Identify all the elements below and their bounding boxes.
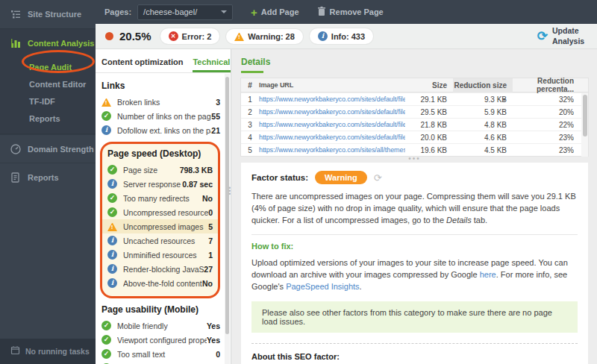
factor-status-badge: Warning (315, 171, 367, 184)
factors-panel: Content optimization Technical factors L… (96, 49, 231, 364)
remove-page-label: Remove Page (330, 7, 384, 16)
sidebar-item-content-editor[interactable]: Content Editor (29, 76, 96, 93)
warning-icon (101, 98, 111, 107)
info-badge-label: Info: 433 (331, 32, 365, 41)
update-analysis-button[interactable]: ⟳ Update Analysis (537, 26, 587, 46)
info-badge[interactable]: i Info: 433 (310, 28, 373, 44)
factor-row-small-text[interactable]: ✓ Too small text 0 (101, 347, 220, 361)
col-image-url[interactable]: Image URL (259, 81, 405, 89)
tab-content-optimization[interactable]: Content optimization (101, 57, 183, 72)
table-scrollbar[interactable] (581, 93, 588, 157)
details-panel: Details # Image URL Size Reduction size … (232, 49, 597, 364)
factor-label: Uncompressed images (123, 222, 208, 231)
panel-resize-handle[interactable]: ••• (228, 186, 231, 195)
factor-label: Uncompressed resources (123, 208, 208, 217)
row-num: 1 (241, 95, 259, 104)
factor-row-tap-targets[interactable]: ✓ Too small tap targets 0 (101, 361, 220, 364)
factor-label: Uncached resources (123, 236, 208, 245)
sidebar-item-content-analysis[interactable]: Content Analysis (0, 29, 96, 57)
section-title-page-speed: Page speed (Desktop) (107, 148, 213, 159)
download-archive-link[interactable]: here (480, 270, 496, 279)
factor-value: 27 (204, 265, 213, 274)
factor-value: 55 (211, 112, 220, 121)
info-icon: i (107, 264, 117, 274)
warning-icon (234, 33, 244, 41)
pages-dropdown-value: /cheese-bagel/ (143, 7, 197, 16)
reports-icon (10, 172, 22, 183)
check-icon: ✓ (107, 207, 117, 217)
site-structure-icon (10, 8, 22, 20)
factor-label: Above-the-fold content prioritized (123, 279, 202, 288)
scrollbar-thumb[interactable] (225, 77, 229, 334)
factor-row-links-count[interactable]: ✓ Number of links on the page 55 (101, 109, 220, 123)
factor-row-dofollow-links[interactable]: i Dofollow ext. links on the page 21 (101, 123, 220, 137)
row-size: 29.1 KB (405, 95, 453, 104)
image-url-link[interactable]: https://www.newyorkbakeryco.com/sites/de… (259, 134, 405, 141)
info-icon: i (107, 179, 117, 189)
annotated-page-speed-section: Page speed (Desktop) ✓ Page size 798.3 K… (100, 142, 220, 298)
pagespeed-insights-link[interactable]: PageSpeed Insights (286, 282, 359, 291)
sidebar-item-reports[interactable]: Reports (0, 163, 96, 191)
sidebar-item-tf-idf[interactable]: TF-IDF (29, 93, 96, 110)
factor-row-above-fold[interactable]: i Above-the-fold content prioritized No (107, 276, 213, 290)
factor-row-uncompressed-images[interactable]: Uncompressed images 5 (102, 219, 218, 233)
factor-value: 7 (208, 236, 213, 245)
row-reduction: 4.6 KB (453, 134, 513, 142)
remove-page-button[interactable]: Remove Page (317, 6, 384, 18)
factor-row-page-size[interactable]: ✓ Page size 798.3 KB (107, 163, 213, 177)
row-num: 4 (241, 134, 259, 142)
row-num: 5 (241, 146, 259, 154)
check-icon: ✓ (107, 193, 117, 203)
sidebar-item-site-structure[interactable]: Site Structure (0, 0, 96, 28)
sidebar-item-page-audit[interactable]: Page Audit (29, 59, 96, 76)
factor-value: Yes (207, 336, 220, 345)
col-reduction-size[interactable]: Reduction size ▼ (453, 78, 513, 92)
image-url-link[interactable]: https://www.newyorkbakeryco.com/sites/de… (259, 108, 405, 116)
info-icon: i (318, 31, 328, 41)
factor-value: 3 (216, 98, 220, 107)
factor-row-render-blocking[interactable]: i Render-blocking JavaScript/CSS 27 (107, 262, 213, 276)
about-factor-title: About this SEO factor: (251, 352, 578, 361)
col-size[interactable]: Size (405, 81, 453, 90)
recheck-icon[interactable]: ⟳ (374, 172, 382, 183)
factor-row-uncompressed-resources[interactable]: ✓ Uncompressed resources 0 (107, 205, 213, 219)
col-num[interactable]: # (241, 81, 259, 90)
images-table: # Image URL Size Reduction size ▼ Reduct… (241, 78, 588, 156)
factor-row-server-response[interactable]: i Server response time 0.87 sec (107, 177, 213, 191)
row-size: 20.0 KB (405, 134, 453, 142)
sidebar-item-reports-sub[interactable]: Reports (29, 110, 96, 128)
info-icon: i (101, 125, 111, 135)
info-icon: i (107, 236, 117, 245)
pages-dropdown[interactable]: /cheese-bagel/ (137, 4, 233, 20)
error-badge[interactable]: ✕ Error: 2 (160, 28, 220, 44)
divider (251, 234, 578, 235)
factor-value: 798.3 KB (180, 166, 213, 175)
running-tasks-label: No running tasks (25, 347, 90, 356)
image-url-link[interactable]: https://www.newyorkbakeryco.com/sites/de… (259, 121, 405, 128)
chevron-down-icon (221, 10, 227, 13)
image-url-link[interactable]: https://www.newyorkbakeryco.com/sites/de… (259, 95, 405, 103)
factor-row-mobile-friendly[interactable]: ✓ Mobile friendly Yes (101, 318, 220, 333)
factor-label: Too many redirects (123, 194, 202, 203)
factor-row-uncached-resources[interactable]: i Uncached resources 7 (107, 233, 213, 248)
sidebar-group-content-analysis: Content Analysis Page Audit Content Edit… (0, 28, 96, 134)
sidebar: Site Structure Content Analysis Page Aud… (0, 0, 96, 364)
factors-scrollbar[interactable] (225, 74, 230, 364)
scrollbar-thumb[interactable] (583, 95, 587, 136)
col-reduction-percent[interactable]: Reduction percenta... (513, 77, 581, 93)
tab-technical-factors[interactable]: Technical factors (193, 57, 231, 72)
factor-row-unminified-resources[interactable]: i Unminified resources 1 (107, 248, 213, 262)
warning-badge[interactable]: Warning: 28 (226, 29, 303, 44)
sidebar-item-domain-strength[interactable]: Domain Strength (0, 134, 96, 163)
image-url-link[interactable]: https://www.newyorkbakeryco.com/sites/al… (259, 146, 405, 154)
section-resize-handle[interactable]: ••• (241, 156, 588, 163)
factor-description: There are uncompressed images on your pa… (251, 191, 578, 227)
factor-row-redirects[interactable]: ✓ Too many redirects No (107, 191, 213, 205)
check-icon: ✓ (101, 335, 111, 345)
factor-row-broken-links[interactable]: Broken links 3 (101, 95, 220, 109)
factor-row-viewport[interactable]: ✓ Viewport configured properly Yes (101, 333, 220, 347)
factor-label: Page size (123, 166, 180, 175)
trash-icon (317, 6, 326, 18)
factor-value: 1 (208, 251, 213, 260)
add-page-button[interactable]: + Add Page (251, 7, 299, 18)
